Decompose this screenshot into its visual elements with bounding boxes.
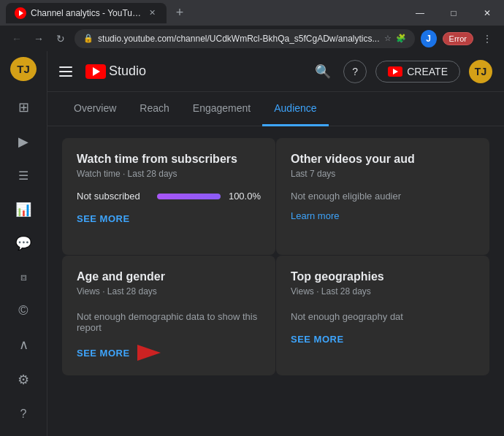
tab-engagement[interactable]: Engagement (181, 92, 262, 126)
active-tab[interactable]: Channel analytics - YouTube Stu... ✕ (6, 3, 167, 23)
top-geo-subtitle: Views · Last 28 days (291, 286, 475, 297)
close-btn[interactable]: ✕ (470, 0, 504, 26)
create-label: CREATE (407, 66, 448, 77)
browser-profile[interactable]: J (421, 30, 437, 47)
minimize-btn[interactable]: — (403, 0, 437, 26)
browser-window: Channel analytics - YouTube Stu... ✕ + —… (0, 0, 504, 51)
other-videos-not-enough: Not enough eligible audier (291, 191, 475, 202)
window-controls: — □ ✕ (403, 0, 504, 26)
tab-close-btn[interactable]: ✕ (146, 7, 158, 19)
help-btn[interactable]: ? (343, 60, 367, 83)
sidebar-item-copyright[interactable]: © (3, 295, 44, 327)
watch-time-subtitle: Watch time · Last 28 days (77, 169, 261, 179)
watch-time-see-more[interactable]: SEE MORE (77, 213, 261, 224)
star-icon: ☆ (384, 34, 392, 43)
age-gender-see-more[interactable]: SEE MORE (77, 348, 130, 359)
studio-app: TJ ⊞ ▶ ☰ 📊 💬 ⧈ © ∧ ⚙ ? (0, 51, 504, 436)
svg-marker-0 (137, 345, 161, 361)
age-gender-card: Age and gender Views · Last 28 days Not … (62, 256, 275, 375)
cards-grid: Watch time from subscribers Watch time ·… (47, 126, 504, 387)
url-text: studio.youtube.com/channel/UCdkWmRcl-Bkh… (98, 34, 380, 44)
top-geo-not-enough: Not enough geography dat (291, 311, 475, 322)
tab-audience[interactable]: Audience (262, 92, 328, 126)
playlists-icon: ☰ (18, 169, 28, 183)
top-geo-title: Top geographies (291, 270, 475, 283)
comments-icon: 💬 (15, 235, 31, 251)
app-name: Studio (109, 64, 146, 79)
hamburger-line (59, 71, 72, 72)
not-subscribed-label: Not subscribed (77, 191, 150, 202)
other-videos-learn-more[interactable]: Learn more (291, 210, 475, 221)
url-bar[interactable]: 🔒 studio.youtube.com/channel/UCdkWmRcl-B… (75, 29, 415, 48)
age-gender-subtitle: Views · Last 28 days (77, 286, 261, 297)
forward-btn[interactable]: → (31, 30, 47, 47)
tab-title: Channel analytics - YouTube Stu... (31, 8, 142, 18)
progress-bar (157, 194, 221, 199)
progress-bar-fill (157, 194, 221, 199)
sidebar-item-dashboard[interactable]: ⊞ (3, 91, 44, 123)
studio-header: Studio 🔍 ? CREATE TJ (47, 51, 504, 92)
menu-btn[interactable]: ⋮ (479, 30, 495, 47)
puzzle-icon: 🧩 (396, 34, 406, 43)
other-videos-title: Other videos your aud (291, 153, 475, 166)
sidebar-avatar[interactable]: TJ (10, 57, 37, 81)
sidebar-item-more[interactable]: ∧ (3, 329, 44, 361)
title-bar: Channel analytics - YouTube Stu... ✕ + —… (0, 0, 504, 26)
tab-favicon (15, 7, 26, 19)
tab-reach[interactable]: Reach (128, 92, 180, 126)
sidebar-item-settings[interactable]: ⚙ (3, 364, 44, 396)
watch-time-card: Watch time from subscribers Watch time ·… (62, 138, 275, 255)
arrow-indicator (137, 345, 161, 361)
analytics-icon: 📊 (15, 202, 31, 218)
sidebar-item-analytics[interactable]: 📊 (3, 193, 44, 225)
dashboard-icon: ⊞ (18, 99, 29, 115)
sidebar-item-content[interactable]: ▶ (3, 126, 44, 158)
reload-btn[interactable]: ↻ (53, 30, 69, 47)
analytics-tabs: Overview Reach Engagement Audience (47, 92, 504, 126)
sidebar-item-comments[interactable]: 💬 (3, 227, 44, 259)
settings-icon: ⚙ (18, 372, 29, 388)
more-icon: ∧ (19, 337, 28, 353)
sidebar-item-help[interactable]: ? (3, 398, 44, 430)
tab-overview[interactable]: Overview (62, 92, 128, 126)
other-videos-card: Other videos your aud Last 7 days Not en… (276, 138, 489, 255)
address-bar: ← → ↻ 🔒 studio.youtube.com/channel/UCdkW… (0, 26, 504, 51)
back-btn[interactable]: ← (9, 30, 25, 47)
hamburger-line (59, 75, 72, 77)
user-avatar[interactable]: TJ (469, 60, 492, 83)
top-geo-see-more[interactable]: SEE MORE (291, 334, 475, 345)
lock-icon: 🔒 (83, 34, 93, 43)
hamburger-menu[interactable] (59, 63, 77, 80)
maximize-btn[interactable]: □ (437, 0, 470, 26)
help-icon: ? (20, 408, 27, 421)
create-video-icon (388, 66, 402, 77)
subtitles-icon: ⧈ (20, 271, 27, 283)
error-badge: Error (443, 32, 473, 45)
sidebar: TJ ⊞ ▶ ☰ 📊 💬 ⧈ © ∧ ⚙ ? (0, 51, 47, 436)
age-gender-title: Age and gender (77, 270, 261, 283)
other-videos-subtitle: Last 7 days (291, 169, 475, 179)
watch-time-title: Watch time from subscribers (77, 153, 261, 166)
sidebar-item-playlists[interactable]: ☰ (3, 159, 44, 191)
copyright-icon: © (18, 303, 28, 318)
search-btn[interactable]: 🔍 (311, 60, 335, 83)
sidebar-item-subtitles[interactable]: ⧈ (3, 261, 44, 293)
age-gender-not-enough: Not enough demographic data to show this… (77, 311, 261, 333)
top-geo-card: Top geographies Views · Last 28 days Not… (276, 256, 489, 375)
progress-percent: 100.0% (228, 191, 261, 202)
youtube-icon (85, 64, 106, 79)
youtube-logo[interactable]: Studio (85, 64, 146, 79)
progress-row: Not subscribed 100.0% (77, 191, 261, 202)
create-button[interactable]: CREATE (375, 61, 460, 83)
content-icon: ▶ (18, 134, 28, 150)
hamburger-line (59, 66, 72, 68)
new-tab-btn[interactable]: + (169, 3, 190, 23)
